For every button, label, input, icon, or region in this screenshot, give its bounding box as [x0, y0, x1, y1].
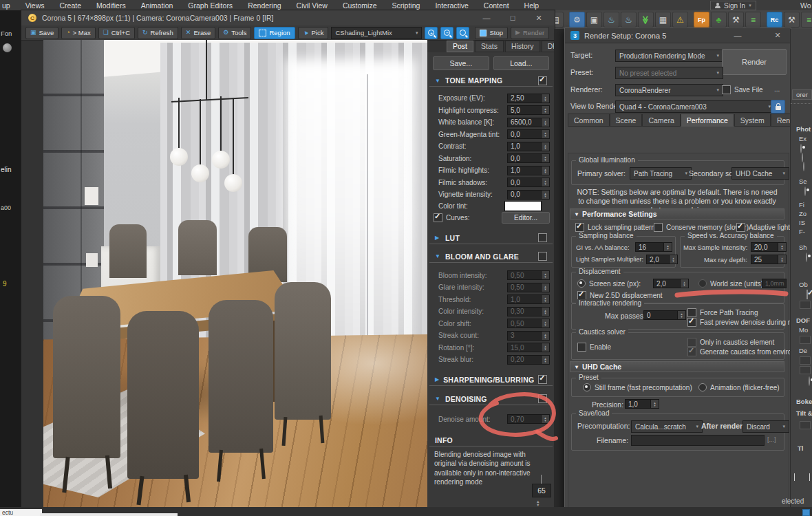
value-spinner[interactable]: 5,0▴▾	[507, 105, 550, 115]
value-spinner[interactable]: 0,50▴▾	[507, 283, 550, 292]
renderer-dropdown[interactable]: CoronaRenderer▾	[615, 84, 723, 96]
curves-editor-button[interactable]: Editor...	[502, 212, 550, 224]
preset-dropdown[interactable]: No preset selected▾	[615, 67, 723, 79]
tone-mapping-checkbox[interactable]	[538, 76, 547, 85]
primary-solver-dropdown[interactable]: Path Tracing▾	[630, 167, 692, 180]
tab-system[interactable]: System	[734, 114, 771, 127]
animation-radio-row[interactable]: Animation (flicker-free)	[698, 383, 780, 391]
frame-spinner-arrows[interactable]: ▴▾	[537, 499, 539, 506]
tab-scene[interactable]: Scene	[610, 114, 643, 127]
value-spinner[interactable]: 0,0▴▾	[507, 129, 550, 139]
denoising-checkbox[interactable]	[538, 394, 547, 403]
uhd-cache-rollout[interactable]: ▾ UHD Cache	[570, 361, 784, 372]
denoising-header[interactable]: ▼ DENOISING	[429, 394, 553, 405]
value-spinner[interactable]: 0,50▴▾	[507, 319, 550, 328]
forest-trees-icon[interactable]: ♣	[711, 12, 727, 28]
render-button[interactable]: Render	[722, 49, 787, 75]
save-button[interactable]: ▣Save	[25, 27, 58, 39]
save-file-checkbox-row[interactable]: Save File	[722, 85, 763, 94]
tab-stats[interactable]: Stats	[475, 41, 504, 52]
menu-item[interactable]: Animation	[133, 1, 181, 10]
performance-settings-rollout[interactable]: ▾ Performance Settings	[570, 208, 784, 219]
value-spinner[interactable]: 6500,0▴▾	[507, 118, 550, 127]
max-passes-spinner[interactable]: 0▴▾	[643, 310, 686, 320]
railclone-tools-icon[interactable]: ⚒	[784, 12, 800, 28]
forest-list-icon[interactable]: ≡	[745, 12, 761, 28]
menu-item[interactable]: Customize	[335, 1, 385, 10]
forest-pack-icon[interactable]: Fp	[694, 12, 709, 28]
tools-button[interactable]: ⚙Tools	[218, 27, 251, 39]
menu-item[interactable]: Modifiers	[89, 1, 133, 10]
tonemap-load-button[interactable]: Load...	[493, 56, 550, 70]
close-button[interactable]: ✕	[530, 12, 548, 24]
zoom-region-button[interactable]	[456, 27, 469, 39]
render-button[interactable]: ▶Render	[511, 27, 549, 39]
sharpening-checkbox[interactable]	[538, 375, 547, 384]
minimize-button[interactable]: —	[729, 30, 747, 42]
lightmix-dropdown[interactable]: CShading_LightMix▾	[331, 27, 422, 39]
tone-mapping-header[interactable]: ▼ TONE MAPPING	[429, 75, 553, 87]
render-iterative-icon[interactable]: ♨	[621, 12, 637, 28]
time-slider-frame[interactable]: 65	[532, 484, 551, 497]
value-spinner[interactable]: 0,50▴▾	[507, 270, 550, 280]
lut-checkbox[interactable]	[538, 233, 547, 242]
gi-aa-spinner[interactable]: 16▴▾	[635, 242, 672, 252]
render-setup-icon[interactable]: ⚙	[569, 12, 585, 28]
tab-history[interactable]: History	[505, 41, 540, 52]
save-file-browse[interactable]: ...	[774, 85, 780, 93]
color-tint-swatch[interactable]	[504, 201, 542, 211]
tab-post[interactable]: Post	[447, 41, 473, 52]
lut-header[interactable]: ▶ LUT	[429, 233, 553, 244]
value-spinner[interactable]: 0,30▴▾	[507, 307, 550, 316]
view-to-render-dropdown[interactable]: Quad 4 - CoronaCamera003▾	[615, 100, 775, 113]
bottom-mini-icon[interactable]	[802, 509, 810, 516]
menu-item[interactable]: Create	[52, 1, 89, 10]
menu-item[interactable]: Civil View	[289, 1, 335, 10]
still-frame-radio-row[interactable]: Still frame (fast precomputation)	[583, 383, 692, 391]
menu-item[interactable]: Scripting	[385, 1, 428, 10]
menu-item[interactable]: Content	[476, 1, 517, 10]
world-size-radio-row[interactable]: World size (units):	[698, 279, 765, 288]
secondary-solver-dropdown[interactable]: UHD Cache▾	[731, 167, 789, 180]
send-to-max-button[interactable]: ◔> Max	[61, 27, 96, 39]
save-file-checkbox[interactable]	[722, 85, 731, 94]
render-setup-title-bar[interactable]: 3 Render Setup: Corona 5 — ✕	[565, 28, 791, 43]
lock-sampling-checkbox-row[interactable]: Lock sampling pattern	[575, 223, 655, 232]
viewport-lock-button[interactable]	[771, 100, 785, 114]
pick-button[interactable]: ▲Pick	[298, 27, 329, 39]
forest-tools-icon[interactable]: ⚒	[728, 12, 744, 28]
denoise-amount-spinner[interactable]: 0,70▴▾	[507, 414, 550, 424]
target-dropdown[interactable]: Production Rendering Mode▾	[615, 50, 723, 62]
railclone-icon[interactable]: Rc	[767, 12, 782, 28]
menu-item[interactable]: Views	[18, 1, 52, 10]
sign-in-button[interactable]: Sign In ▾	[710, 1, 756, 10]
screen-size-spinner[interactable]: 2,0▴▾	[653, 279, 689, 288]
value-spinner[interactable]: 15,0▴▾	[507, 343, 550, 352]
maximize-button[interactable]: □	[504, 12, 522, 24]
max-sample-intensity-spinner[interactable]: 20,0▴▾	[751, 242, 787, 252]
railclone-list-icon[interactable]: ≡	[801, 12, 812, 28]
minimize-button[interactable]: —	[478, 12, 495, 24]
corona-interactive-icon[interactable]: ≫	[638, 12, 654, 28]
after-render-dropdown[interactable]: Discard▾	[742, 420, 789, 433]
bloom-glare-checkbox[interactable]	[538, 252, 547, 261]
light-samples-spinner[interactable]: 2,0▴▾	[646, 255, 678, 264]
menu-item[interactable]: Interactive	[427, 1, 476, 10]
max-ray-depth-spinner[interactable]: 25▴▾	[751, 255, 787, 264]
bloom-glare-header[interactable]: ▼ BLOOM AND GLARE	[429, 251, 553, 263]
render-production-icon[interactable]: ♨	[603, 12, 619, 28]
force-path-tracing-checkbox-row[interactable]: Force Path Tracing	[687, 308, 758, 317]
close-button[interactable]: ✕	[769, 30, 787, 42]
value-spinner[interactable]: 1,0▴▾	[507, 166, 550, 175]
value-spinner[interactable]: 1,0▴▾	[507, 294, 550, 304]
world-size-spinner[interactable]: 1,0mm	[762, 279, 787, 288]
only-caustics-checkbox-row[interactable]: Only in caustics element	[687, 338, 774, 347]
sharpening-header[interactable]: ▶ SHARPENING/BLURRING	[429, 374, 553, 386]
value-spinner[interactable]: 0,0▴▾	[507, 190, 550, 200]
state-sets-icon[interactable]: ▦	[655, 12, 671, 28]
tab-performance[interactable]: Performance	[681, 114, 734, 127]
value-spinner[interactable]: 2,50▴▾	[507, 94, 550, 103]
filename-input[interactable]	[631, 435, 765, 446]
menu-item[interactable]: Help	[517, 1, 547, 10]
tab-common[interactable]: Common	[568, 114, 610, 127]
